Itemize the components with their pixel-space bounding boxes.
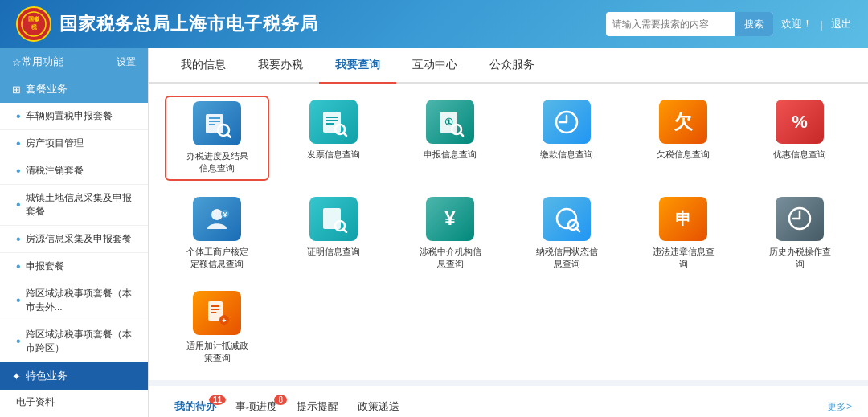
header-logo: 国徽 税 国家税务总局上海市电子税务局	[16, 6, 318, 42]
special-icon: ✦	[12, 370, 21, 382]
package-label: 套餐业务	[26, 82, 68, 96]
svg-text:国徽: 国徽	[28, 16, 40, 22]
content-area: 我的信息 我要办税 我要查询 互动中心 公众服务	[149, 48, 868, 417]
logout-button[interactable]: 退出	[831, 17, 852, 31]
query-icon-8: ¥	[426, 197, 474, 241]
sidebar-item-property[interactable]: 房产项目管理	[0, 130, 148, 157]
svg-line-14	[343, 133, 346, 136]
tab-query[interactable]: 我要查询	[319, 48, 396, 84]
query-icon-0	[193, 101, 241, 145]
svg-point-28	[557, 209, 576, 228]
query-icon-7	[309, 197, 358, 241]
query-icon-4: 欠	[659, 100, 707, 144]
todo-tab-label-3: 政策递送	[358, 400, 399, 412]
svg-rect-9	[323, 112, 341, 133]
main-container: ☆ 常用功能 设置 ⊞ 套餐业务 车辆购置税申报套餐 房产项目管理 清税注销套餐…	[0, 48, 868, 417]
tab-myinfo[interactable]: 我的信息	[165, 48, 242, 84]
query-item-0[interactable]: 办税进度及结果信息查询	[165, 96, 269, 181]
query-icon-2: ①	[426, 100, 474, 144]
query-item-6[interactable]: ¥ 个体工商户核定定额信息查询	[165, 193, 269, 275]
query-item-4[interactable]: 欠 欠税信息查询	[631, 96, 735, 181]
svg-line-8	[227, 134, 231, 137]
query-item-7[interactable]: 证明信息查询	[281, 193, 386, 275]
logo-emblem: 国徽 税	[16, 6, 51, 42]
query-item-8[interactable]: ¥ 涉税中介机构信息查询	[398, 193, 502, 275]
tab-public[interactable]: 公众服务	[473, 48, 551, 84]
query-label-9: 纳税信用状态信息查询	[534, 246, 599, 271]
todo-tab-label-2: 提示提醒	[297, 400, 338, 412]
query-icon-1	[309, 100, 358, 144]
todo-badge-0: 11	[209, 395, 226, 405]
query-item-5[interactable]: % 优惠信息查询	[747, 96, 852, 181]
special-label: 特色业务	[26, 369, 68, 383]
sidebar-item-house[interactable]: 房源信息采集及申报套餐	[0, 226, 148, 253]
query-icon-6: ¥	[193, 197, 241, 241]
query-label-3: 缴款信息查询	[540, 149, 593, 161]
query-item-2[interactable]: ① 申报信息查询	[398, 96, 502, 181]
query-item-12[interactable]: + 适用加计抵减政策查询	[165, 287, 269, 369]
query-icon-3	[542, 100, 591, 144]
sidebar-package-header: ⊞ 套餐业务	[0, 76, 148, 103]
query-icon-10: 申	[659, 197, 707, 241]
todo-section: 我的待办 11 事项进度 8 提示提醒 政策递送 更多> 事项名	[149, 386, 868, 417]
todo-more[interactable]: 更多>	[827, 400, 852, 414]
tab-interact[interactable]: 互动中心	[396, 48, 473, 84]
todo-tab-3[interactable]: 政策递送	[348, 396, 409, 417]
query-label-10: 违法违章信息查询	[651, 246, 715, 271]
sidebar-special-header: ✦ 特色业务	[0, 362, 148, 390]
todo-tab-0[interactable]: 我的待办 11	[165, 396, 226, 417]
query-icon-9	[542, 197, 591, 241]
query-label-4: 欠税信息查询	[657, 149, 710, 161]
query-item-10[interactable]: 申 违法违章信息查询	[631, 193, 735, 275]
todo-tab-1[interactable]: 事项进度 8	[226, 396, 287, 417]
settings-label[interactable]: 设置	[117, 55, 136, 69]
svg-text:¥: ¥	[223, 211, 227, 219]
query-label-7: 证明信息查询	[307, 246, 360, 258]
header-right: 搜索 欢迎！ | 退出	[606, 12, 852, 36]
todo-badge-1: 8	[274, 395, 287, 405]
query-item-11[interactable]: 历史办税操作查询	[747, 193, 852, 275]
package-icon: ⊞	[12, 84, 21, 96]
svg-point-22	[211, 209, 223, 220]
query-item-9[interactable]: 纳税信用状态信息查询	[514, 193, 619, 275]
query-item-1[interactable]: 发票信息查询	[281, 96, 386, 181]
svg-line-18	[460, 133, 463, 136]
search-box[interactable]: 搜索	[606, 12, 773, 36]
todo-tab-label-1: 事项进度	[235, 400, 277, 412]
svg-rect-25	[323, 208, 341, 229]
search-input[interactable]	[606, 18, 735, 30]
todo-tab-2[interactable]: 提示提醒	[287, 396, 348, 417]
sidebar-item-land[interactable]: 城镇土地信息采集及申报套餐	[0, 185, 148, 226]
search-button[interactable]: 搜索	[735, 12, 773, 36]
query-label-0: 办税进度及结果信息查询	[185, 150, 249, 175]
query-grid: 办税进度及结果信息查询 发票信息查询	[165, 96, 852, 368]
query-label-5: 优惠信息查询	[773, 149, 826, 161]
sidebar-common-header: ☆ 常用功能 设置	[0, 48, 148, 76]
query-label-6: 个体工商户核定定额信息查询	[185, 246, 249, 271]
header: 国徽 税 国家税务总局上海市电子税务局 搜索 欢迎！ | 退出	[0, 0, 868, 48]
sidebar: ☆ 常用功能 设置 ⊞ 套餐业务 车辆购置税申报套餐 房产项目管理 清税注销套餐…	[0, 48, 149, 417]
star-icon: ☆	[12, 56, 22, 68]
tab-dotax[interactable]: 我要办税	[242, 48, 319, 84]
svg-text:+: +	[222, 317, 226, 325]
query-item-3[interactable]: 缴款信息查询	[514, 96, 619, 181]
query-label-2: 申报信息查询	[424, 149, 477, 161]
sidebar-item-vehicle[interactable]: 车辆购置税申报套餐	[0, 103, 148, 130]
query-label-11: 历史办税操作查询	[768, 246, 832, 271]
sidebar-item-edoc[interactable]: 电子资料	[0, 390, 148, 415]
common-label: 常用功能	[22, 55, 63, 69]
svg-line-30	[576, 228, 579, 231]
query-icon-5: %	[776, 100, 824, 144]
todo-tabs: 我的待办 11 事项进度 8 提示提醒 政策递送 更多>	[165, 396, 852, 417]
svg-line-27	[343, 229, 346, 232]
query-label-8: 涉税中介机构信息查询	[418, 246, 482, 271]
sidebar-item-cleartax[interactable]: 清税注销套餐	[0, 157, 148, 185]
header-divider: |	[821, 18, 823, 31]
sidebar-item-declare[interactable]: 申报套餐	[0, 253, 148, 280]
query-icon-12: +	[193, 291, 241, 335]
query-icon-11	[776, 197, 824, 241]
sidebar-item-cross2[interactable]: 跨区域涉税事项套餐（本市跨区）	[0, 321, 148, 362]
welcome-text: 欢迎！	[781, 17, 813, 31]
svg-text:①: ①	[444, 117, 453, 128]
sidebar-item-cross1[interactable]: 跨区域涉税事项套餐（本市去外...	[0, 280, 148, 321]
